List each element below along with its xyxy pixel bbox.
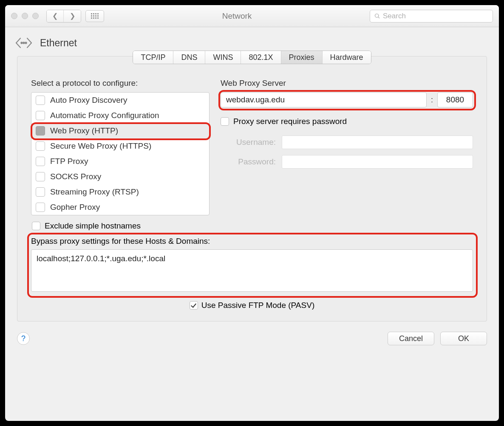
proxy-host-field[interactable] — [221, 92, 427, 107]
protocol-checkbox[interactable] — [36, 187, 45, 197]
ok-button[interactable]: OK — [440, 332, 487, 345]
protocol-item[interactable]: Secure Web Proxy (HTTPS) — [31, 138, 209, 154]
search-icon — [374, 13, 380, 19]
back-button[interactable]: ❮ — [47, 10, 64, 22]
traffic-lights[interactable] — [11, 13, 39, 19]
protocol-item[interactable]: SOCKS Proxy — [31, 169, 209, 184]
tab-hardware[interactable]: Hardware — [323, 51, 371, 64]
exclude-simple-checkbox[interactable] — [32, 222, 40, 230]
tab-tcpip[interactable]: TCP/IP — [133, 51, 173, 64]
protocol-checkbox[interactable] — [36, 203, 45, 212]
svg-point-0 — [21, 42, 22, 43]
bypass-textarea[interactable] — [31, 249, 473, 292]
proxies-panel: TCP/IPDNSWINS802.1XProxiesHardware Selec… — [17, 56, 487, 322]
pasv-mode-checkbox[interactable] — [190, 301, 198, 310]
protocol-label: Streaming Proxy (RTSP) — [50, 187, 139, 197]
page-title: Ethernet — [40, 37, 77, 49]
tab-bar: TCP/IPDNSWINS802.1XProxiesHardware — [17, 51, 487, 64]
protocol-checkbox[interactable] — [36, 111, 45, 120]
titlebar: ❮ ❯ Network Search — [5, 5, 499, 27]
help-button[interactable]: ? — [17, 332, 30, 345]
protocol-label: Secure Web Proxy (HTTPS) — [50, 141, 151, 151]
cancel-button[interactable]: Cancel — [388, 332, 434, 345]
username-field[interactable] — [282, 135, 473, 149]
nav-back-forward[interactable]: ❮ ❯ — [46, 10, 81, 23]
server-row: : — [221, 92, 473, 107]
grid-icon — [91, 13, 99, 19]
protocol-label: Gopher Proxy — [50, 203, 100, 212]
protocol-label: Auto Proxy Discovery — [50, 96, 127, 105]
protocol-checkbox[interactable] — [36, 172, 45, 181]
protocol-checkbox[interactable] — [36, 126, 45, 135]
tab-wins[interactable]: WINS — [205, 51, 241, 64]
username-label: Username: — [221, 138, 276, 147]
protocol-label: SOCKS Proxy — [50, 172, 101, 181]
requires-password-label: Proxy server requires password — [233, 117, 347, 126]
search-input[interactable]: Search — [370, 10, 493, 23]
protocol-select-label: Select a protocol to configure: — [31, 79, 210, 88]
protocol-label: Automatic Proxy Configuration — [50, 111, 159, 120]
bypass-label: Bypass proxy settings for these Hosts & … — [31, 237, 473, 246]
protocol-list[interactable]: Auto Proxy DiscoveryAutomatic Proxy Conf… — [31, 92, 210, 215]
tab-dns[interactable]: DNS — [173, 51, 205, 64]
requires-password-checkbox[interactable] — [221, 117, 229, 126]
proxy-port-field[interactable] — [437, 92, 473, 107]
protocol-item[interactable]: Web Proxy (HTTP) — [31, 123, 209, 138]
protocol-item[interactable]: FTP Proxy — [31, 154, 209, 169]
password-field[interactable] — [282, 155, 473, 169]
network-prefs-window: ❮ ❯ Network Search Ethernet TCP/IPDNSWIN… — [5, 5, 499, 421]
protocol-item[interactable]: Auto Proxy Discovery — [31, 93, 209, 108]
protocol-checkbox[interactable] — [36, 157, 45, 166]
close-icon[interactable] — [11, 13, 17, 19]
pasv-mode-label: Use Passive FTP Mode (PASV) — [201, 301, 314, 310]
protocol-checkbox[interactable] — [36, 96, 45, 105]
tab-8021x[interactable]: 802.1X — [241, 51, 281, 64]
protocol-label: Web Proxy (HTTP) — [50, 126, 118, 135]
minimize-icon[interactable] — [22, 13, 28, 19]
tab-proxies[interactable]: Proxies — [281, 51, 323, 64]
ethernet-icon — [14, 36, 33, 50]
protocol-checkbox[interactable] — [36, 141, 45, 151]
exclude-simple-label: Exclude simple hostnames — [45, 221, 141, 231]
window-title: Network — [108, 11, 365, 21]
zoom-icon[interactable] — [32, 13, 39, 19]
show-all-button[interactable] — [85, 10, 104, 22]
footer: ? Cancel OK — [5, 322, 499, 355]
password-label: Password: — [221, 157, 276, 166]
protocol-item[interactable]: Gopher Proxy — [31, 200, 209, 215]
web-proxy-server-label: Web Proxy Server — [221, 79, 473, 88]
svg-point-1 — [23, 42, 24, 43]
forward-button[interactable]: ❯ — [64, 10, 81, 22]
protocol-item[interactable]: Automatic Proxy Configuration — [31, 108, 209, 123]
host-port-colon: : — [431, 96, 433, 104]
bypass-box: Bypass proxy settings for these Hosts & … — [31, 237, 473, 293]
protocol-label: FTP Proxy — [50, 157, 88, 166]
search-placeholder: Search — [383, 12, 406, 20]
protocol-item[interactable]: Streaming Proxy (RTSP) — [31, 184, 209, 200]
svg-point-2 — [25, 42, 26, 43]
